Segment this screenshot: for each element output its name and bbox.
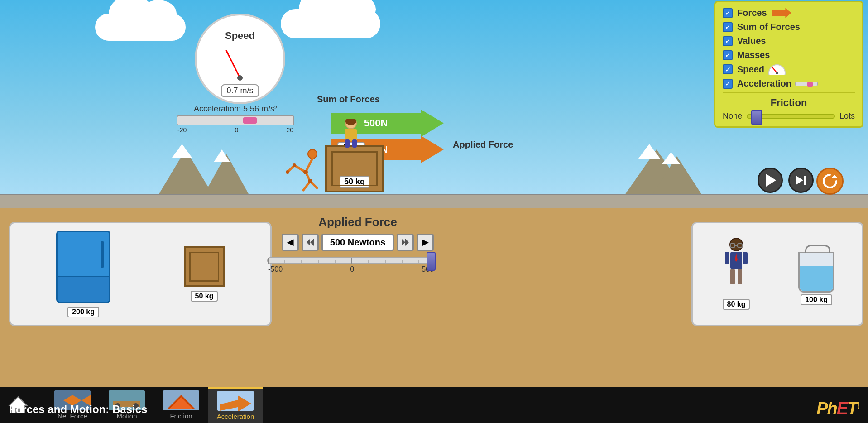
accel-indicator [243,117,257,124]
bucket-weight-label: 100 kg [801,294,832,305]
friction-none-label: None [723,111,742,121]
accel-min: -20 [177,126,187,134]
svg-rect-22 [804,176,806,185]
forces-label: Forces [737,8,767,18]
reset-button[interactable] [816,168,844,195]
sum-of-forces-row: ✓ Sum of Forces [723,22,855,32]
friction-slider-track[interactable] [747,114,835,119]
svg-line-3 [306,159,312,172]
svg-rect-17 [352,139,357,148]
force-slider-thumb[interactable] [427,252,436,271]
control-panel: ✓ Forces ✓ Sum of Forces ✓ Values ✓ Mass… [714,1,863,128]
speed-gauge-label: Speed [225,30,255,42]
friction-lots-label: Lots [839,111,855,121]
bucket[interactable] [798,252,834,293]
small-crate[interactable] [184,246,225,287]
speed-gauge: Speed 0.7 m/s [195,14,285,104]
panel-divider [723,92,855,93]
tab-acceleration-label: Acceleration [217,413,254,420]
force-slider-container: -500 0 500 [267,257,448,274]
force-min: -500 [268,265,283,274]
scene-pusher [281,149,326,197]
force-zero: 0 [350,265,354,274]
phet-logo: PhET! [816,399,859,418]
crate-container[interactable]: 50 kg [184,246,225,302]
tab-friction-img [163,390,199,410]
svg-point-20 [776,72,778,74]
force-btn-left-big[interactable]: ◀ [282,234,299,251]
svg-point-1 [237,75,243,81]
reset-icon [822,173,838,189]
tab-acceleration[interactable]: Acceleration [208,387,263,423]
values-row: ✓ Values [723,36,855,46]
scene-rider [335,119,367,152]
nav-bar: Net Force Motion [0,387,868,423]
masses-row: ✓ Masses [723,50,855,60]
masses-label: Masses [737,50,770,60]
forces-checkbox[interactable]: ✓ [723,8,733,18]
friction-title: Friction [723,97,855,109]
scene-crate-weight: 50 kg [340,176,369,188]
svg-marker-21 [796,176,803,185]
values-label: Values [737,36,766,46]
fridge-bottom [58,277,109,302]
app-title: Forces and Motion: Basics [9,403,147,416]
bucket-water [800,266,833,291]
cloud-1 [95,14,186,41]
sum-forces-value: 500N [364,117,388,129]
character-selector[interactable]: 80 kg 100 kg [691,222,863,326]
force-btn-left-small[interactable] [302,234,319,251]
svg-marker-24 [307,239,310,246]
tab-friction[interactable]: Friction [154,387,208,423]
force-slider-track[interactable] [267,257,435,264]
accel-max: 20 [286,126,293,134]
svg-point-10 [308,179,312,183]
fridge-container[interactable]: 200 kg [56,231,110,317]
forces-row: ✓ Forces [723,8,855,18]
step-icon [794,173,808,187]
tab-friction-thumb [163,390,199,410]
applied-force-panel: Applied Force ◀ 500 Newtons ▶ [267,215,448,274]
svg-marker-26 [402,239,405,246]
accel-zero: 0 [235,126,238,134]
friction-row: None Lots [723,111,855,121]
svg-point-39 [730,238,743,251]
object-selector[interactable]: 200 kg 50 kg [9,222,272,326]
slider-ticks [268,258,436,264]
sum-forces-checkbox[interactable]: ✓ [723,22,733,32]
svg-rect-47 [725,252,729,264]
svg-marker-23 [831,175,838,178]
bucket-figure[interactable]: 100 kg [798,243,834,305]
speed-needle-svg [204,42,276,82]
applied-force-title: Applied Force [267,215,448,229]
acceleration-checkbox[interactable]: ✓ [723,79,733,89]
double-left-icon [306,238,315,247]
pusher-svg [281,149,326,195]
step-button[interactable] [788,168,814,193]
speed-checkbox[interactable]: ✓ [723,64,733,74]
force-btn-right-big[interactable] [397,234,414,251]
person-figure[interactable]: 80 kg [720,238,752,310]
force-btn-right-small[interactable]: ▶ [417,234,434,251]
fridge[interactable] [56,231,110,303]
svg-rect-16 [345,139,350,148]
tab-friction-label: Friction [170,412,192,420]
tab-acceleration-thumb [217,391,254,411]
sum-forces-label: Sum of Forces [317,94,380,105]
mountain-snow-4 [662,152,680,164]
person-weight-label: 80 kg [723,299,750,310]
svg-rect-15 [345,129,357,141]
fridge-handle [101,241,104,268]
values-checkbox[interactable]: ✓ [723,36,733,46]
force-ticks: -500 0 500 [267,265,435,274]
friction-section: Friction None Lots [723,97,855,121]
play-button[interactable] [758,168,783,193]
play-icon [766,174,776,187]
masses-checkbox[interactable]: ✓ [723,50,733,60]
sum-forces-panel-label: Sum of Forces [737,22,800,32]
friction-slider-thumb[interactable] [751,110,762,125]
rider-svg [335,119,367,150]
svg-rect-48 [743,252,748,264]
svg-line-0 [226,51,240,78]
double-right-icon [401,238,410,247]
